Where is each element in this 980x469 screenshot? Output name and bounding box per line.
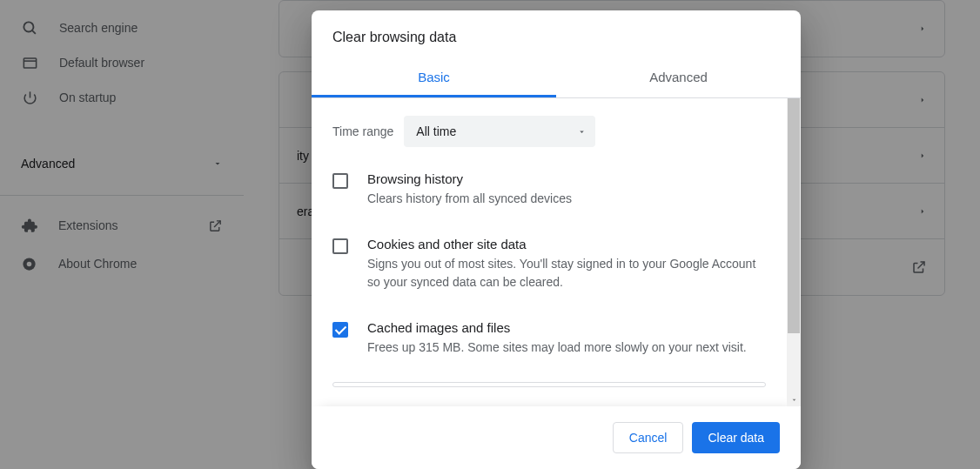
time-range-select[interactable]: All time — [404, 116, 595, 147]
content-cutoff-box — [332, 382, 766, 387]
check-item-cache[interactable]: Cached images and files Frees up 315 MB.… — [332, 308, 766, 373]
check-item-browsing-history[interactable]: Browsing history Clears history from all… — [332, 159, 766, 224]
dialog-footer: Cancel Clear data — [312, 406, 801, 469]
dialog-title: Clear browsing data — [312, 10, 801, 59]
check-item-desc: Frees up 315 MB. Some sites may load mor… — [367, 338, 747, 358]
check-item-title: Cached images and files — [367, 320, 747, 335]
checkbox-browsing-history[interactable] — [332, 173, 348, 189]
dialog-tabs: Basic Advanced — [312, 59, 801, 95]
scrollbar[interactable] — [787, 98, 801, 406]
tab-advanced[interactable]: Advanced — [556, 59, 801, 95]
time-range-row: Time range All time — [332, 109, 766, 159]
checkbox-cache[interactable] — [332, 322, 348, 338]
check-item-title: Cookies and other site data — [367, 237, 766, 251]
clear-browsing-data-dialog: Clear browsing data Basic Advanced Time … — [312, 10, 801, 469]
check-item-desc: Clears history from all synced devices — [367, 190, 572, 209]
clear-data-button[interactable]: Clear data — [692, 422, 780, 453]
tab-basic[interactable]: Basic — [312, 59, 556, 95]
scrollbar-thumb[interactable] — [788, 98, 800, 333]
check-item-cookies[interactable]: Cookies and other site data Signs you ou… — [332, 224, 766, 308]
check-item-title: Browsing history — [367, 171, 572, 186]
checkbox-cookies[interactable] — [332, 238, 348, 254]
dialog-scroll-content: Time range All time Browsing history Cle… — [312, 98, 787, 406]
cancel-button[interactable]: Cancel — [613, 422, 684, 453]
scrollbar-down-icon[interactable] — [787, 392, 801, 406]
dropdown-caret-icon — [577, 127, 587, 137]
time-range-value: All time — [416, 124, 456, 138]
time-range-label: Time range — [332, 124, 393, 138]
check-item-desc: Signs you out of most sites. You'll stay… — [367, 255, 766, 292]
